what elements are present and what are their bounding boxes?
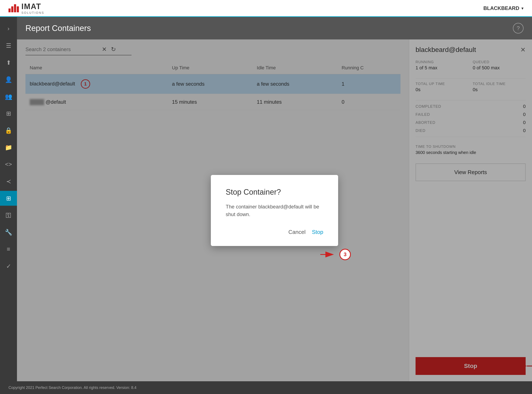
code-icon: <> [5,161,12,168]
sidebar-item-users[interactable]: 👥 [0,89,17,104]
key-icon: ⚿ [5,212,11,219]
help-icon: ? [517,25,520,31]
footer-text: Copyright 2021 Perfect Search Corporatio… [9,385,136,390]
sidebar-item-code[interactable]: <> [0,157,17,172]
share-icon: ≺ [6,178,11,185]
expand-icon: › [7,25,9,32]
page-title: Report Containers [26,24,91,33]
check-icon: ✓ [6,263,11,270]
user-icon: 👤 [5,76,12,83]
modal-cancel-button[interactable]: Cancel [288,229,306,235]
stop-container-modal: Stop Container? The container blackbeard… [211,175,338,246]
sidebar-item-grid[interactable]: ⊞ [0,106,17,121]
sidebar-item-user[interactable]: 👤 [0,72,17,87]
sidebar-item-check[interactable]: ✓ [0,259,17,274]
help-button[interactable]: ? [513,23,523,33]
sidebar-item-containers[interactable]: ⊞ [0,191,17,206]
top-header: IMAT SOLUTIONS BLACKBEARD ▾ [0,0,532,17]
folder-icon: 📁 [5,144,12,151]
modal-body: The container blackbeard@default will be… [226,203,323,218]
grid-icon: ⊞ [6,110,11,117]
modal-overlay: Stop Container? The container blackbeard… [17,39,532,381]
content-area: Report Containers ? ✕ ↻ Name [17,17,532,381]
sidebar-item-upload[interactable]: ⬆ [0,55,17,70]
sidebar-item-list[interactable]: ≡ [0,242,17,257]
logo-imat-text: IMAT [21,2,44,11]
annotation-badge-3: 3 [339,249,351,260]
menu-icon: ☰ [6,42,11,49]
sidebar-item-expand[interactable]: › [0,21,17,36]
containers-icon: ⊞ [6,195,11,202]
logo-solutions-text: SOLUTIONS [21,11,44,14]
sidebar-item-lock[interactable]: 🔒 [0,123,17,138]
users-icon: 👥 [5,93,12,100]
logo-icon [9,4,19,12]
lock-icon: 🔒 [5,127,12,134]
modal-actions: Cancel Stop [226,229,323,235]
chevron-down-icon: ▾ [522,6,523,11]
logo: IMAT SOLUTIONS [9,2,44,14]
sidebar-item-menu[interactable]: ☰ [0,38,17,53]
page-header: Report Containers ? [17,17,532,39]
user-menu[interactable]: BLACKBEARD ▾ [483,5,523,11]
sidebar-item-key[interactable]: ⚿ [0,208,17,223]
main-content: ✕ ↻ Name Up Time Idle Time Running C [17,39,532,381]
upload-icon: ⬆ [6,59,11,66]
modal-stop-button[interactable]: Stop [312,229,323,235]
main-layout: › ☰ ⬆ 👤 👥 ⊞ 🔒 📁 <> ≺ ⊞ [0,17,532,381]
footer: Copyright 2021 Perfect Search Corporatio… [0,381,532,394]
sidebar-item-share[interactable]: ≺ [0,174,17,189]
list-icon: ≡ [7,246,10,253]
sidebar: › ☰ ⬆ 👤 👥 ⊞ 🔒 📁 <> ≺ ⊞ [0,17,17,381]
arrow-annotation-3 [320,248,337,261]
sidebar-item-tools[interactable]: 🔧 [0,225,17,240]
modal-title: Stop Container? [226,188,323,197]
user-menu-label: BLACKBEARD [483,5,519,11]
sidebar-item-folder[interactable]: 📁 [0,140,17,155]
table-area: ✕ ↻ Name Up Time Idle Time Running C [17,39,409,381]
tools-icon: 🔧 [5,229,12,236]
